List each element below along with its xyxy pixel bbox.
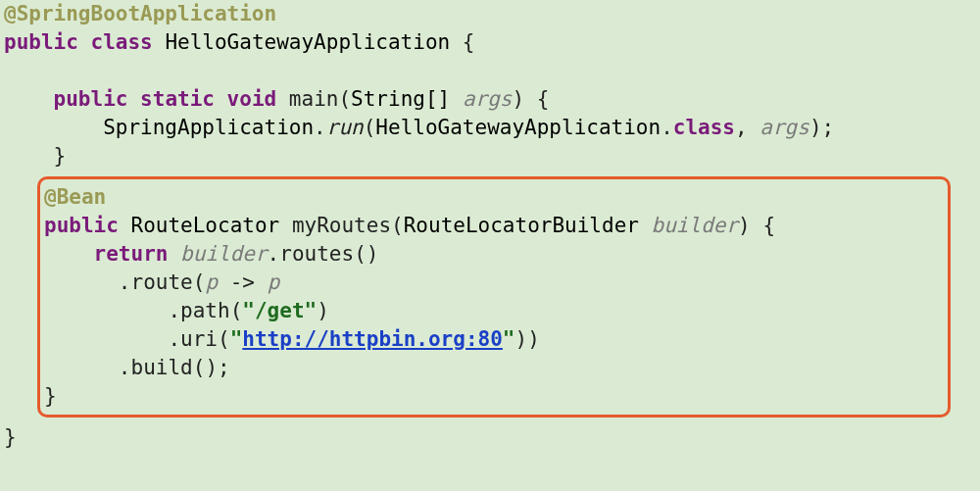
kw-public: public — [4, 30, 78, 54]
brace-close: } — [54, 144, 67, 168]
call-build: build — [131, 356, 193, 379]
call-route: route — [131, 270, 193, 294]
method-myroutes: myRoutes — [292, 214, 391, 237]
args-ref: args — [760, 116, 809, 139]
kw-class: class — [91, 30, 153, 54]
call-path: path — [180, 299, 230, 322]
param-builder: builder — [652, 214, 739, 237]
lambda-arrow: -> — [230, 270, 255, 294]
annotation-bean: @Bean — [44, 185, 106, 209]
class-name: HelloGatewayApplication — [165, 30, 450, 54]
brace-open: { — [537, 87, 550, 111]
builder-ref: builder — [180, 242, 268, 266]
param-type-builder: RouteLocatorBuilder — [404, 214, 639, 237]
type-springapplication: SpringApplication — [103, 116, 314, 139]
code-block-end: } — [0, 423, 980, 452]
kw-void: void — [227, 87, 277, 111]
kw-public: public — [44, 214, 119, 237]
kw-return: return — [94, 242, 169, 266]
brace-open: { — [762, 214, 775, 237]
lambda-p2: p — [268, 270, 280, 294]
brace-open: { — [463, 30, 475, 54]
highlighted-region: @Bean public RouteLocator myRoutes(Route… — [37, 176, 951, 417]
call-run: run — [326, 116, 364, 139]
brace-close: } — [44, 384, 57, 408]
code-block: @SpringBootApplication public class Hell… — [0, 0, 980, 171]
string-path: "/get" — [242, 299, 317, 322]
call-uri: uri — [180, 327, 218, 351]
string-url: http://httpbin.org:80 — [242, 327, 503, 351]
string-quote-close: " — [503, 327, 515, 351]
kw-static: static — [140, 87, 215, 111]
param-type-stringarr: String[] — [351, 87, 450, 111]
call-routes: routes — [279, 242, 354, 266]
lambda-p: p — [205, 270, 218, 294]
string-quote-open: " — [230, 327, 243, 351]
dot-class: class — [673, 116, 735, 139]
return-type: RouteLocator — [131, 214, 280, 237]
class-ref: HelloGatewayApplication — [375, 116, 661, 139]
brace-close: } — [4, 425, 17, 449]
method-main: main — [289, 87, 339, 111]
kw-public: public — [54, 87, 128, 111]
code-block-bean: @Bean public RouteLocator myRoutes(Route… — [44, 183, 940, 411]
annotation-springboot: @SpringBootApplication — [4, 2, 276, 25]
param-args: args — [463, 87, 513, 111]
